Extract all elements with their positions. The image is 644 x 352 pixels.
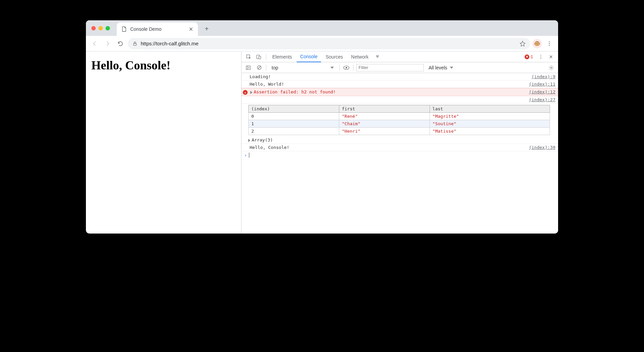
table-cell: "Chaim" bbox=[339, 120, 430, 128]
divider bbox=[266, 65, 266, 71]
log-row: Hello, Console! (index):30 bbox=[242, 144, 558, 151]
log-source-link[interactable]: (index):11 bbox=[529, 82, 555, 87]
log-row-error: ✕ Assertion failed: h2 not found! (index… bbox=[242, 88, 558, 96]
page-heading: Hello, Console! bbox=[91, 58, 236, 72]
svg-rect-0 bbox=[134, 43, 136, 45]
table-header[interactable]: last bbox=[430, 105, 550, 113]
table-header[interactable]: (index) bbox=[249, 105, 339, 113]
error-icon: ✕ bbox=[525, 54, 529, 59]
array-summary[interactable]: Array(3) bbox=[242, 136, 558, 144]
table-row[interactable]: 2 "Henri" "Matisse" bbox=[249, 128, 550, 135]
divider bbox=[353, 65, 353, 71]
svg-point-1 bbox=[549, 41, 550, 42]
window-maximize-button[interactable] bbox=[106, 26, 110, 30]
svg-point-3 bbox=[549, 45, 550, 46]
log-message: Hello, World! bbox=[248, 82, 529, 87]
log-row: Hello, World! (index):11 bbox=[242, 81, 558, 88]
levels-label: All levels bbox=[429, 65, 447, 70]
error-icon: ✕ bbox=[243, 90, 248, 95]
svg-point-9 bbox=[540, 58, 541, 59]
more-tabs-icon[interactable] bbox=[373, 52, 382, 61]
tab-console[interactable]: Console bbox=[297, 51, 321, 62]
svg-line-13 bbox=[258, 66, 260, 69]
tab-close-button[interactable]: ✕ bbox=[188, 27, 193, 31]
expand-icon[interactable] bbox=[248, 139, 250, 142]
table-header[interactable]: first bbox=[339, 105, 430, 113]
devtools-tabs: Elements Console Sources Network ✕ 1 ✕ bbox=[242, 51, 558, 62]
svg-point-15 bbox=[346, 67, 347, 68]
divider bbox=[339, 65, 340, 71]
tab-title: Console Demo bbox=[130, 26, 185, 32]
table-cell: 1 bbox=[249, 120, 339, 128]
clear-console-icon[interactable] bbox=[255, 64, 263, 72]
tab-bar: Console Demo ✕ + bbox=[86, 20, 558, 36]
forward-button[interactable] bbox=[102, 38, 113, 49]
svg-point-16 bbox=[551, 67, 552, 68]
console-settings-icon[interactable] bbox=[547, 64, 555, 72]
svg-point-7 bbox=[540, 55, 541, 56]
lock-icon bbox=[133, 41, 137, 46]
page-icon bbox=[121, 26, 127, 32]
error-count: 1 bbox=[531, 54, 533, 59]
error-counter[interactable]: ✕ 1 bbox=[525, 54, 533, 59]
browser-tab[interactable]: Console Demo ✕ bbox=[117, 22, 198, 36]
bookmark-icon[interactable] bbox=[520, 41, 526, 47]
url-input[interactable] bbox=[141, 41, 516, 46]
console-toolbar: top All levels bbox=[242, 62, 558, 73]
svg-point-8 bbox=[540, 56, 541, 57]
log-message: Loading! bbox=[248, 74, 532, 79]
devtools-panel: Elements Console Sources Network ✕ 1 ✕ bbox=[242, 51, 558, 234]
prompt-chevron-icon: › bbox=[244, 153, 247, 158]
log-message: Assertion failed: h2 not found! bbox=[249, 89, 529, 94]
browser-window: Console Demo ✕ + 🐵 bbox=[86, 20, 558, 234]
window-minimize-button[interactable] bbox=[98, 26, 103, 30]
profile-avatar[interactable]: 🐵 bbox=[532, 39, 542, 48]
reload-button[interactable] bbox=[115, 38, 126, 49]
filter-input[interactable] bbox=[356, 64, 424, 71]
log-source-link[interactable]: (index):9 bbox=[532, 74, 555, 79]
log-levels-selector[interactable]: All levels bbox=[427, 65, 455, 70]
new-tab-button[interactable]: + bbox=[202, 24, 211, 34]
table-cell: "Magritte" bbox=[430, 113, 550, 120]
browser-toolbar: 🐵 bbox=[86, 36, 558, 51]
devtools-close-icon[interactable]: ✕ bbox=[547, 52, 555, 61]
context-selector[interactable]: top bbox=[269, 64, 337, 71]
table-cell: "Henri" bbox=[339, 128, 430, 135]
log-source-link[interactable]: (index):12 bbox=[529, 89, 555, 94]
table-row[interactable]: 0 "René" "Magritte" bbox=[249, 113, 550, 120]
tab-sources[interactable]: Sources bbox=[322, 51, 346, 62]
table-cell: "Matisse" bbox=[430, 128, 550, 135]
chevron-down-icon bbox=[330, 67, 334, 69]
device-toggle-icon[interactable] bbox=[254, 52, 263, 61]
expand-icon[interactable] bbox=[250, 91, 252, 94]
log-row: Loading! (index):9 bbox=[242, 73, 558, 81]
svg-point-2 bbox=[549, 43, 550, 44]
content-area: Hello, Console! Elements Console Sources… bbox=[86, 51, 558, 234]
tab-network[interactable]: Network bbox=[348, 51, 372, 62]
log-message: Hello, Console! bbox=[248, 145, 529, 150]
table-row[interactable]: 1 "Chaim" "Soutine" bbox=[249, 120, 550, 128]
log-source-link[interactable]: (index):27 bbox=[529, 97, 555, 102]
console-sidebar-toggle-icon[interactable] bbox=[244, 64, 252, 72]
page-content: Hello, Console! bbox=[86, 51, 242, 234]
log-source-link[interactable]: (index):30 bbox=[529, 145, 555, 150]
divider bbox=[266, 54, 266, 60]
svg-rect-6 bbox=[259, 56, 261, 59]
console-table: (index) first last 0 "René" "Magritte" bbox=[242, 104, 558, 136]
console-prompt[interactable]: › bbox=[242, 151, 558, 159]
table-cell: 0 bbox=[249, 113, 339, 120]
browser-menu-button[interactable] bbox=[544, 38, 555, 49]
table-cell: "Soutine" bbox=[430, 120, 550, 128]
context-label: top bbox=[272, 65, 278, 70]
inspect-element-icon[interactable] bbox=[244, 52, 253, 61]
address-bar[interactable] bbox=[128, 38, 530, 49]
back-button[interactable] bbox=[89, 38, 100, 49]
svg-rect-10 bbox=[246, 66, 250, 69]
console-output: Loading! (index):9 Hello, World! (index)… bbox=[242, 73, 558, 234]
live-expression-icon[interactable] bbox=[342, 64, 350, 72]
window-controls bbox=[91, 26, 110, 30]
tab-elements[interactable]: Elements bbox=[269, 51, 295, 62]
chevron-down-icon bbox=[450, 67, 453, 69]
devtools-menu-icon[interactable] bbox=[536, 52, 545, 61]
window-close-button[interactable] bbox=[91, 26, 96, 30]
